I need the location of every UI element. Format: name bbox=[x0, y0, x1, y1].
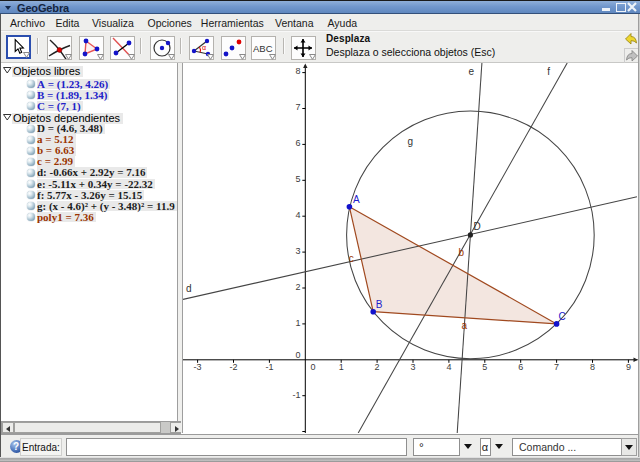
svg-text:D: D bbox=[474, 221, 481, 232]
svg-text:C: C bbox=[559, 311, 566, 322]
svg-text:5: 5 bbox=[295, 174, 300, 184]
svg-text:5: 5 bbox=[482, 362, 487, 372]
svg-text:1: 1 bbox=[339, 362, 344, 372]
svg-text:g: g bbox=[408, 136, 414, 147]
svg-text:d: d bbox=[186, 283, 192, 294]
svg-text:f: f bbox=[547, 66, 550, 77]
svg-text:4: 4 bbox=[446, 362, 451, 372]
svg-text:-1: -1 bbox=[292, 390, 300, 400]
svg-text:7: 7 bbox=[295, 102, 300, 112]
svg-text:A: A bbox=[353, 194, 360, 205]
svg-text:6: 6 bbox=[295, 138, 300, 148]
svg-text:0: 0 bbox=[311, 362, 316, 372]
svg-text:9: 9 bbox=[626, 362, 631, 372]
svg-text:1: 1 bbox=[295, 318, 300, 328]
svg-text:ABC: ABC bbox=[253, 43, 273, 54]
svg-text:3: 3 bbox=[295, 246, 300, 256]
svg-text:4: 4 bbox=[295, 210, 300, 220]
svg-text:-3: -3 bbox=[194, 362, 202, 372]
svg-text:-1: -1 bbox=[265, 362, 273, 372]
svg-text:b: b bbox=[459, 247, 465, 258]
svg-text:2: 2 bbox=[295, 282, 300, 292]
svg-text:c: c bbox=[349, 253, 354, 264]
svg-text:α: α bbox=[202, 44, 206, 51]
svg-text:a: a bbox=[462, 320, 468, 331]
svg-text:3: 3 bbox=[410, 362, 415, 372]
svg-text:8: 8 bbox=[590, 362, 595, 372]
svg-text:B: B bbox=[376, 299, 383, 310]
svg-text:0: 0 bbox=[295, 350, 300, 360]
svg-text:6: 6 bbox=[518, 362, 523, 372]
svg-text:e: e bbox=[469, 66, 475, 77]
svg-text:2: 2 bbox=[375, 362, 380, 372]
svg-text:-2: -2 bbox=[229, 362, 237, 372]
svg-text:8: 8 bbox=[295, 66, 300, 76]
svg-text:7: 7 bbox=[554, 362, 559, 372]
